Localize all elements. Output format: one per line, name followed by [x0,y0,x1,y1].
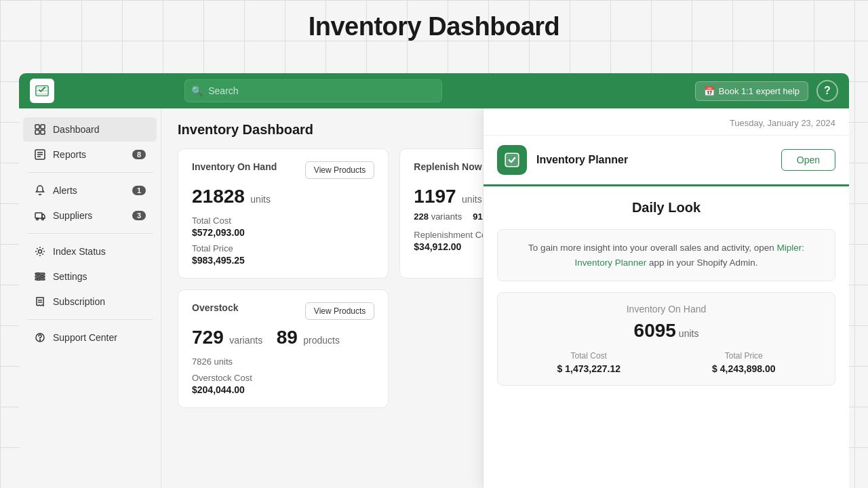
total-cost-value: $572,093.00 [192,227,374,238]
main-value: 1197 [414,186,456,207]
variants-stat: 228 variants [414,211,462,222]
svg-rect-4 [41,130,45,134]
svg-point-11 [42,218,44,220]
svg-rect-1 [35,125,39,129]
secondary-unit: products [303,335,340,346]
daily-look-title: Daily Look [497,200,835,216]
overstock-cost-label: Overstock Cost [192,373,374,383]
sidebar-alerts-label: Alerts [53,185,125,196]
sidebar-item-support[interactable]: Support Center [23,325,157,350]
panel-main-value: 6095 [634,320,676,341]
card-details: 7826 units Overstock Cost $204,044.00 [192,355,374,395]
card-title: Replenish Now [414,161,481,172]
suppliers-badge: 3 [132,211,146,220]
card-main: 21828 units [192,186,374,207]
sidebar-item-index-status[interactable]: Index Status [23,239,157,264]
view-products-button-overstock[interactable]: View Products [305,302,374,320]
app-logo-icon [35,83,50,98]
main-unit: variants [229,335,262,346]
main-value: 729 [192,327,224,348]
grid-icon [34,123,46,136]
svg-rect-23 [505,153,519,167]
help-icon [34,331,46,344]
inventory-planner-icon [503,151,521,169]
sidebar-divider-3 [27,319,153,320]
sidebar-item-dashboard[interactable]: Dashboard [23,117,157,142]
receipt-icon [34,296,46,308]
panel-stat-2: Total Price $ 4,243,898.00 [712,351,775,374]
main-unit: units [250,194,271,205]
panel-card-title: Inventory On Hand [511,304,821,314]
help-button[interactable]: ? [816,80,838,102]
page-title-area: Inventory Dashboard [0,12,868,41]
navbar-right: 📅 Book 1:1 expert help ? [695,80,838,102]
sidebar-item-settings[interactable]: Settings [23,264,157,289]
panel-card-main: 6095units [511,320,821,342]
svg-rect-2 [41,125,45,129]
inventory-on-hand-card: Inventory On Hand View Products 21828 un… [178,148,389,279]
book-expert-button[interactable]: 📅 Book 1:1 expert help [695,81,808,101]
card-title: Inventory On Hand [192,161,277,172]
sidebar-item-suppliers[interactable]: Suppliers 3 [23,203,157,228]
sidebar-settings-label: Settings [53,271,146,282]
sidebar-divider-2 [27,233,153,234]
truck-icon [34,209,46,222]
book-btn-label: Book 1:1 expert help [719,86,800,96]
svg-point-12 [39,250,42,253]
svg-rect-9 [35,213,42,218]
stat-label-1: Total Cost [557,351,620,361]
svg-point-18 [38,279,40,281]
overstock-card: Overstock View Products 729 variants 89 … [178,289,389,408]
panel-body: Daily Look To gain more insight into you… [484,186,849,488]
search-container: 🔍 [184,79,442,102]
sidebar-index-label: Index Status [53,246,146,257]
help-btn-label: ? [824,85,831,97]
sidebar-suppliers-label: Suppliers [53,210,125,221]
svg-point-10 [37,218,39,220]
panel-info-box: To gain more insight into your overall s… [497,229,835,281]
units-detail: 7826 units [192,357,233,367]
card-main: 729 variants 89 products [192,327,374,348]
sidebar-support-label: Support Center [53,332,146,343]
panel-app-name: Inventory Planner [536,154,772,166]
panel-inventory-card: Inventory On Hand 6095units Total Cost $… [497,292,835,386]
sidebar-item-reports[interactable]: Reports 8 [23,142,157,167]
total-cost-label: Total Cost [192,216,374,226]
navbar: 🔍 📅 Book 1:1 expert help ? [19,73,849,108]
calendar-icon: 📅 [704,86,715,96]
panel-app-row: Inventory Planner Open [484,136,849,186]
info-text-after: app in your Shopify Admin. [646,258,757,268]
panel-stat-1: Total Cost $ 1,473,227.12 [557,351,620,374]
view-products-button-inventory[interactable]: View Products [305,161,374,179]
settings-icon [34,270,46,283]
card-header: Inventory On Hand View Products [192,161,374,179]
sidebar-subscription-label: Subscription [53,296,146,307]
content-area: Inventory Dashboard Inventory On Hand Vi… [161,108,849,488]
total-price-value: $983,495.25 [192,255,374,266]
panel-date: Tuesday, January 23, 2024 [484,108,849,136]
sidebar-reports-label: Reports [53,149,125,160]
total-price-label: Total Price [192,243,374,253]
stat-label-2: Total Price [712,351,775,361]
panel-app-icon [497,145,527,175]
main-value: 21828 [192,186,245,207]
sidebar-item-subscription[interactable]: Subscription [23,289,157,314]
panel-card-stats: Total Cost $ 1,473,227.12 Total Price $ … [511,351,821,374]
secondary-value: 89 [277,327,298,348]
alerts-badge: 1 [132,186,146,195]
navbar-logo [30,79,54,103]
bell-icon [34,184,46,197]
svg-point-22 [40,340,41,341]
card-details: Total Cost $572,093.00 Total Price $983,… [192,216,374,266]
sidebar-divider-1 [27,172,153,173]
svg-point-16 [37,273,39,275]
panel-main-unit: units [679,328,699,339]
sidebar: Dashboard Reports 8 [19,108,161,488]
page-title: Inventory Dashboard [0,12,868,41]
search-input[interactable] [184,79,442,102]
app-container: 🔍 📅 Book 1:1 expert help ? [19,73,849,488]
panel-open-button[interactable]: Open [781,149,835,171]
svg-rect-3 [35,130,39,134]
right-panel: Tuesday, January 23, 2024 Inventory Plan… [483,108,849,488]
sidebar-item-alerts[interactable]: Alerts 1 [23,178,157,203]
